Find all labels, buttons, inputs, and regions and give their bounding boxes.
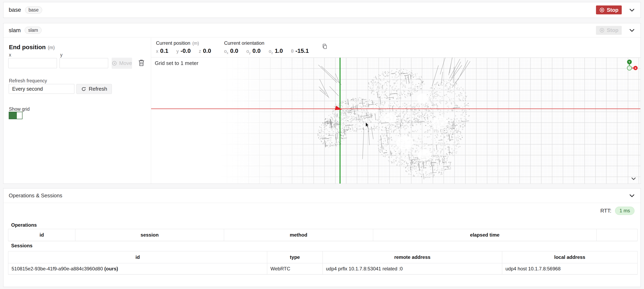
- sessions-section-label: Sessions: [11, 243, 32, 249]
- panel-title: Operations & Sessions: [9, 193, 62, 199]
- end-position-title: End position: [9, 44, 46, 50]
- ori-oz-label: oz: [268, 48, 273, 55]
- column-header-blank: [596, 229, 638, 241]
- session-local-address-cell: udp4 host 10.1.7.8:56968: [502, 263, 638, 275]
- chevron-down-icon: [628, 7, 635, 13]
- operations-section-label: Operations: [11, 222, 37, 228]
- collapse-panel-button[interactable]: [628, 192, 635, 199]
- pos-x-value: 0.1: [160, 47, 168, 54]
- current-position-heading: Current position: [156, 40, 190, 46]
- refresh-icon: [81, 86, 86, 92]
- stop-button-disabled[interactable]: Stop: [596, 26, 622, 35]
- play-circle-icon: [112, 60, 117, 66]
- current-position-unit: (m): [192, 41, 199, 46]
- pos-y-label: y: [176, 48, 179, 54]
- refresh-label: Refresh: [89, 86, 107, 92]
- show-grid-toggle[interactable]: [9, 112, 22, 119]
- operations-table: id session method elapsed time: [8, 229, 638, 241]
- map-collapse-button[interactable]: [631, 176, 636, 182]
- stop-label: Stop: [607, 27, 618, 33]
- show-grid-label: Show grid: [9, 106, 30, 112]
- refresh-frequency-value: Every second: [12, 86, 43, 92]
- column-header-method: method: [224, 229, 373, 241]
- operations-sessions-header: Operations & Sessions: [4, 188, 640, 203]
- ori-oy-label: oy: [246, 48, 250, 55]
- session-remote-address-cell: udp4 prflx 10.1.7.8:53041 related :0: [323, 263, 502, 275]
- copy-pose-button[interactable]: [322, 43, 328, 50]
- session-type-cell: WebRTC: [267, 263, 323, 275]
- slam-panel: slam slam Stop End position(m) x y Move: [3, 23, 641, 184]
- chevron-down-icon: [631, 176, 636, 182]
- delete-end-position-button[interactable]: [138, 59, 145, 67]
- move-label: Move: [119, 60, 132, 66]
- operations-sessions-panel: Operations & Sessions RTT: 1 ms Operatio…: [3, 188, 641, 287]
- current-position-group: Current position(m) x0.1 y-0.0 z0.0: [156, 38, 211, 54]
- refresh-frequency-select[interactable]: Every second: [9, 84, 74, 94]
- column-header-session: session: [75, 229, 224, 241]
- sessions-header-row: id type remote address local address: [8, 251, 638, 263]
- base-panel: base base Stop: [3, 2, 641, 18]
- stop-button[interactable]: Stop: [596, 5, 622, 14]
- pos-z-value: 0.0: [203, 47, 211, 54]
- end-position-unit: (m): [48, 45, 55, 50]
- pose-readout-strip: Current position(m) x0.1 y-0.0 z0.0 Curr…: [151, 38, 640, 57]
- end-position-heading: End position(m): [9, 44, 55, 51]
- copy-icon: [322, 43, 328, 49]
- session-row: 510815e2-93be-41f9-a90e-a884c3960d80 (ou…: [8, 263, 638, 275]
- stop-label: Stop: [607, 7, 618, 13]
- column-header-local-address: local address: [502, 251, 638, 263]
- chevron-down-icon: [628, 27, 635, 33]
- refresh-frequency-label: Refresh frequency: [9, 78, 47, 84]
- sessions-table: id type remote address local address 510…: [8, 251, 638, 275]
- trash-icon: [138, 59, 145, 66]
- stop-circle-icon: [599, 7, 605, 13]
- slam-panel-header: slam slam Stop: [4, 23, 640, 37]
- rtt-value-badge: 1 ms: [615, 207, 634, 215]
- toggle-knob: [17, 112, 22, 119]
- ori-ox-value: 0.0: [230, 47, 238, 54]
- move-button[interactable]: Move: [112, 58, 132, 69]
- collapse-panel-button[interactable]: [628, 27, 635, 33]
- pos-x-label: x: [156, 48, 158, 54]
- ori-oy-value: 0.0: [252, 47, 260, 54]
- column-header-remote-address: remote address: [323, 251, 502, 263]
- ori-oz-value: 1.0: [275, 47, 283, 54]
- session-id-cell: 510815e2-93be-41f9-a90e-a884c3960d80 (ou…: [8, 263, 267, 275]
- ori-theta-label: θ: [291, 48, 294, 55]
- column-header-id: id: [8, 229, 75, 241]
- refresh-button[interactable]: Refresh: [76, 84, 112, 94]
- operations-header-row: id session method elapsed time: [8, 229, 638, 241]
- x-input[interactable]: [8, 58, 57, 68]
- y-input[interactable]: [60, 58, 108, 68]
- rtt-readout: RTT: 1 ms: [600, 207, 634, 215]
- panel-title: base: [9, 7, 21, 13]
- pos-y-value: -0.0: [180, 47, 191, 54]
- x-field-label: x: [9, 52, 11, 58]
- pos-z-label: z: [199, 48, 201, 54]
- column-header-elapsed-time: elapsed time: [373, 229, 596, 241]
- ori-theta-value: -15.1: [295, 47, 309, 54]
- column-header-id: id: [8, 251, 267, 263]
- map-canvas[interactable]: [151, 58, 640, 184]
- resource-type-badge: base: [25, 6, 42, 13]
- end-position-form: End position(m) x y Move Refresh frequen…: [4, 38, 151, 184]
- stop-circle-icon: [599, 27, 605, 33]
- rtt-label: RTT:: [600, 208, 612, 214]
- current-orientation-group: Current orientation ox0.0 oy0.0 oz1.0 θ-…: [224, 38, 309, 55]
- collapse-panel-button[interactable]: [628, 7, 635, 13]
- grid-scale-note: Grid set to 1 meter: [155, 60, 198, 66]
- resource-type-badge: slam: [25, 27, 42, 34]
- y-field-label: y: [60, 52, 62, 58]
- base-panel-header: base base Stop: [4, 2, 640, 17]
- chevron-down-icon: [628, 192, 635, 199]
- column-header-type: type: [267, 251, 323, 263]
- panel-title: slam: [9, 27, 21, 33]
- slam-map-view[interactable]: Y X Grid set to 1 meter: [151, 58, 640, 184]
- current-orientation-heading: Current orientation: [224, 40, 264, 46]
- ori-ox-label: ox: [224, 48, 228, 55]
